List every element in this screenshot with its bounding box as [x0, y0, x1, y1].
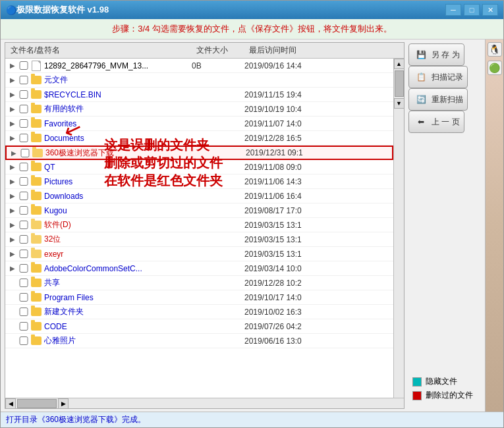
expander-icon[interactable]: ▶	[8, 265, 17, 272]
table-row[interactable]: ▶元文件	[5, 73, 393, 88]
folder-icon	[30, 307, 42, 317]
table-row[interactable]: ▶Favorites2019/11/07 14:0	[5, 117, 393, 131]
folder-icon	[30, 162, 42, 173]
expander-icon[interactable]: ▶	[8, 76, 17, 84]
title-bar: 🔵 极限数据恢复软件 v1.98 ─ □ ✕	[1, 1, 503, 19]
save-as-icon: 💾	[413, 47, 429, 63]
table-row[interactable]: Program Files2019/10/17 14:0	[5, 290, 393, 305]
expander-icon[interactable]: ▶	[8, 207, 17, 214]
vertical-scrollbar[interactable]: ▲ ▼	[393, 59, 404, 398]
row-checkbox[interactable]	[18, 206, 29, 215]
folder-icon	[30, 278, 42, 288]
expander-icon[interactable]: ▶	[8, 120, 17, 127]
table-row[interactable]: ▶$RECYCLE.BIN2019/11/15 19:4	[5, 88, 393, 102]
scroll-down-button[interactable]: ▼	[394, 98, 405, 109]
row-size: 0B	[189, 61, 242, 70]
table-row[interactable]: ▶Pictures2019/11/06 14:3	[5, 174, 393, 189]
expander-icon[interactable]: ▶	[8, 163, 17, 171]
table-row[interactable]: ▶360极速浏览器下载2019/12/31 09:1	[5, 146, 393, 160]
table-row[interactable]: 心雅照片2019/06/16 13:0	[5, 334, 393, 348]
prev-page-button[interactable]: ⬅上 一 页	[408, 111, 464, 133]
folder-icon	[30, 249, 42, 259]
expander-icon[interactable]: ▶	[8, 236, 17, 243]
row-time: 2019/03/15 13:1	[242, 250, 344, 259]
row-checkbox[interactable]	[18, 163, 29, 171]
expander-icon[interactable]: ▶	[8, 105, 17, 113]
h-scroll-thumb[interactable]	[17, 399, 57, 408]
row-checkbox[interactable]	[18, 235, 29, 244]
table-row[interactable]: CODE2019/07/26 04:2	[5, 319, 393, 334]
row-time: 2019/03/15 13:1	[242, 221, 344, 230]
save-as-button[interactable]: 💾另 存 为	[408, 43, 464, 66]
row-checkbox[interactable]	[18, 76, 29, 84]
scan-log-button[interactable]: 📋扫描记录	[408, 66, 468, 88]
row-checkbox[interactable]	[18, 177, 29, 186]
row-checkbox[interactable]	[18, 293, 29, 302]
row-checkbox[interactable]	[18, 322, 29, 331]
row-checkbox[interactable]	[18, 134, 29, 142]
row-time: 2019/11/06 16:4	[242, 192, 344, 201]
row-checkbox[interactable]	[18, 308, 29, 316]
expander-icon[interactable]: ▶	[8, 221, 17, 228]
table-row[interactable]: ▶QT2019/11/08 09:0	[5, 160, 393, 174]
scroll-right-button[interactable]: ▶	[58, 398, 69, 409]
row-filename: 有用的软件	[44, 103, 189, 115]
row-filename: Program Files	[44, 293, 189, 302]
row-filename: Favorites	[44, 119, 189, 128]
row-filename: 32位	[44, 234, 189, 245]
row-filename: 心雅照片	[44, 335, 189, 346]
scroll-thumb[interactable]	[395, 70, 404, 97]
row-checkbox[interactable]	[18, 279, 29, 287]
row-filename: Downloads	[44, 192, 189, 201]
table-row[interactable]: 新建文件夹2019/10/02 16:3	[5, 305, 393, 319]
row-filename: exeyr	[44, 250, 189, 259]
main-window: 🔵 极限数据恢复软件 v1.98 ─ □ ✕ 步骤：3/4 勾选需要恢复的文件，…	[0, 0, 504, 428]
row-checkbox[interactable]	[20, 149, 30, 157]
table-row[interactable]: ▶有用的软件2019/10/19 10:4	[5, 102, 393, 117]
row-checkbox[interactable]	[18, 192, 29, 200]
row-filename: Documents	[44, 134, 189, 143]
status-bar: 打开目录《360极速浏览器下载》完成。	[1, 412, 503, 427]
file-rows[interactable]: ▶12892_28647796_MVM_13...0B2019/09/16 14…	[5, 59, 393, 398]
expander-icon[interactable]: ▶	[9, 149, 18, 157]
row-time: 2019/10/17 14:0	[242, 293, 344, 302]
row-filename: $RECYCLE.BIN	[44, 90, 189, 99]
table-row[interactable]: ▶软件(D)2019/03/15 13:1	[5, 218, 393, 232]
table-row[interactable]: ▶Documents2019/12/28 16:5	[5, 131, 393, 146]
expander-icon[interactable]: ▶	[8, 192, 17, 200]
table-row[interactable]: ▶32位2019/03/15 13:1	[5, 232, 393, 247]
rescan-button[interactable]: 🔄重新扫描	[408, 88, 468, 111]
table-row[interactable]: ▶exeyr2019/03/15 13:1	[5, 247, 393, 261]
row-checkbox[interactable]	[18, 119, 29, 128]
scroll-left-button[interactable]: ◀	[5, 398, 16, 409]
expander-icon[interactable]: ▶	[8, 178, 17, 185]
folder-icon	[30, 119, 42, 129]
scroll-up-button[interactable]: ▲	[394, 59, 405, 69]
table-row[interactable]: ▶12892_28647796_MVM_13...0B2019/09/16 14…	[5, 59, 393, 73]
row-checkbox[interactable]	[18, 250, 29, 258]
row-time: 2019/03/15 13:1	[242, 235, 344, 244]
legend-color-deleted	[412, 391, 422, 400]
row-checkbox[interactable]	[18, 61, 29, 70]
expander-icon[interactable]: ▶	[8, 91, 17, 98]
close-button[interactable]: ✕	[482, 4, 498, 16]
row-time: 2019/11/15 19:4	[242, 90, 344, 99]
minimize-button[interactable]: ─	[445, 4, 461, 16]
expander-icon[interactable]: ▶	[8, 250, 17, 257]
maximize-button[interactable]: □	[464, 4, 480, 16]
window-title: 极限数据恢复软件 v1.98	[16, 4, 445, 16]
row-checkbox[interactable]	[18, 90, 29, 99]
table-row[interactable]: ▶Kugou2019/08/17 17:0	[5, 203, 393, 218]
table-row[interactable]: ▶AdobeColorCommonSetC...2019/03/14 10:0	[5, 261, 393, 276]
expander-icon[interactable]: ▶	[8, 134, 17, 142]
row-checkbox[interactable]	[18, 336, 29, 345]
row-checkbox[interactable]	[18, 221, 29, 229]
scan-log-label: 扫描记录	[432, 72, 463, 83]
table-row[interactable]: ▶Downloads2019/11/06 16:4	[5, 189, 393, 203]
table-row[interactable]: 共享2019/12/28 10:2	[5, 276, 393, 290]
row-checkbox[interactable]	[18, 105, 29, 113]
expander-icon[interactable]: ▶	[8, 62, 17, 69]
horizontal-scrollbar[interactable]: ◀ ▶	[5, 398, 404, 408]
row-checkbox[interactable]	[18, 264, 29, 273]
row-time: 2019/08/17 17:0	[242, 206, 344, 215]
